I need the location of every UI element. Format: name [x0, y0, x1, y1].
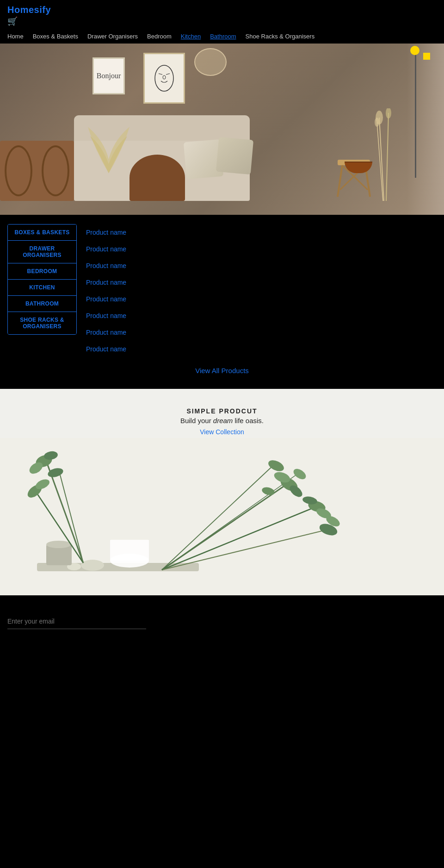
promo-illustration: [0, 438, 444, 595]
art-frame-2: [143, 53, 185, 104]
promo-text: SIMPLE PRODCUT Build your dream life oas…: [0, 403, 444, 438]
svg-point-0: [155, 65, 173, 91]
category-btn-bathroom[interactable]: Bathroom: [8, 296, 76, 312]
promo-title: SIMPLE PRODCUT: [0, 407, 444, 415]
cabinet-decoration: [0, 141, 74, 201]
main-content: Boxes & Baskets Drawer Organisers Bedroo…: [0, 215, 444, 389]
navigation: Home Boxes & Baskets Drawer Organisers B…: [0, 30, 444, 44]
products-section: Product name Product name Product name P…: [86, 224, 437, 357]
nav-item-home[interactable]: Home: [7, 33, 24, 40]
header: Homesify 🛒: [0, 0, 444, 30]
pendant-lamp: [194, 48, 227, 76]
svg-point-19: [81, 560, 104, 571]
footer-section: [0, 595, 444, 643]
promo-subtitle-end: life oasis.: [233, 417, 264, 425]
svg-line-1: [159, 74, 162, 75]
product-item-6[interactable]: Product name: [86, 307, 437, 324]
lamp-bulb-decoration: [423, 53, 430, 60]
svg-line-11: [338, 165, 342, 197]
svg-point-9: [375, 118, 379, 127]
product-item-4[interactable]: Product name: [86, 274, 437, 291]
promo-subtitle-text: Build your: [180, 417, 213, 425]
promo-subtitle: Build your dream life oasis.: [0, 417, 444, 425]
view-all-link[interactable]: View All Products: [195, 367, 249, 375]
svg-point-3: [163, 75, 166, 79]
floor-lamp-decoration: [415, 48, 416, 178]
hero-image: Bonjour: [0, 44, 444, 215]
art-frame-1: Bonjour: [92, 57, 125, 94]
promo-image: [0, 438, 444, 595]
lamp-head-decoration: [410, 46, 419, 55]
svg-point-8: [386, 108, 391, 119]
nav-item-kitchen[interactable]: Kitchen: [181, 33, 201, 40]
product-item-7[interactable]: Product name: [86, 324, 437, 341]
curtain-decoration: [407, 44, 444, 215]
nav-item-bathroom[interactable]: Bathroom: [210, 33, 236, 40]
svg-point-22: [46, 541, 71, 548]
nav-item-drawer[interactable]: Drawer Organisers: [87, 33, 138, 40]
email-input[interactable]: [7, 614, 146, 629]
category-grid: Boxes & Baskets Drawer Organisers Bedroo…: [7, 224, 77, 335]
category-btn-boxes[interactable]: Boxes & Baskets: [8, 225, 76, 241]
view-all-row: View All Products: [7, 357, 437, 380]
plant-decoration: [86, 108, 132, 178]
product-item-8[interactable]: Product name: [86, 341, 437, 357]
svg-rect-18: [110, 540, 149, 561]
category-btn-bedroom[interactable]: Bedroom: [8, 263, 76, 280]
product-item-1[interactable]: Product name: [86, 224, 437, 241]
cart-icon[interactable]: 🛒: [7, 16, 18, 26]
svg-line-2: [166, 74, 170, 75]
nav-item-bedroom[interactable]: Bedroom: [147, 33, 172, 40]
product-item-2[interactable]: Product name: [86, 241, 437, 257]
product-item-5[interactable]: Product name: [86, 291, 437, 307]
promo-view-collection-link[interactable]: View Collection: [0, 428, 444, 436]
category-btn-shoe-racks[interactable]: Shoe Racks & Organisers: [8, 312, 76, 334]
svg-line-5: [386, 113, 388, 201]
category-btn-drawer[interactable]: Drawer Organisers: [8, 241, 76, 263]
promo-section: SIMPLE PRODCUT Build your dream life oas…: [0, 389, 444, 595]
nav-item-boxes[interactable]: Boxes & Baskets: [33, 33, 78, 40]
stool-decoration: [333, 153, 375, 201]
logo[interactable]: Homesify: [7, 5, 437, 15]
coffee-table-decoration: [130, 155, 185, 201]
promo-subtitle-italic: dream: [213, 417, 233, 425]
category-btn-kitchen[interactable]: Kitchen: [8, 280, 76, 296]
nav-item-shoe-racks[interactable]: Shoe Racks & Organisers: [246, 33, 315, 40]
product-item-3[interactable]: Product name: [86, 257, 437, 274]
